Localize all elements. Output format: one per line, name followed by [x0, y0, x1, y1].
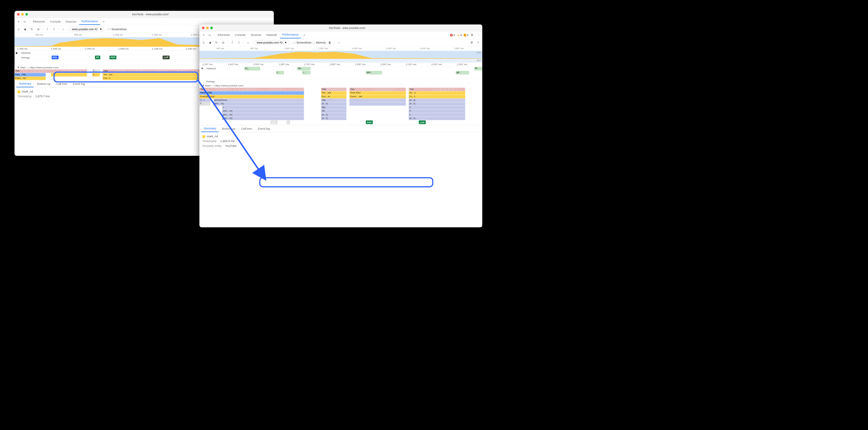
reload-icon[interactable]: ↻ — [29, 26, 34, 32]
recording-select[interactable]: www.youtube.com #2 ▼ — [255, 40, 289, 45]
flame-block[interactable]: Fu…ll — [409, 95, 465, 99]
flame-block[interactable]: $ka — [321, 106, 346, 109]
clear-icon[interactable]: ⊘ — [220, 40, 226, 45]
shortcuts-icon[interactable]: ↕ — [336, 40, 342, 45]
detail-tab-calltree[interactable]: Call tree — [239, 126, 254, 132]
network-track[interactable]: ▼ Network id (…c…ma…l…advi…get…Ro — [199, 66, 482, 79]
flame-block[interactable]: (a…s) — [409, 117, 465, 120]
minimize-icon[interactable] — [206, 27, 209, 29]
kebab-icon[interactable]: ⋮ — [475, 32, 481, 38]
reload-icon[interactable]: ↻ — [214, 40, 219, 45]
flame-block[interactable]: (a…s) — [321, 113, 346, 117]
flame-block[interactable]: dla — [321, 109, 346, 113]
tab-sources[interactable]: Sources — [248, 32, 264, 38]
detail-tab-summary[interactable]: Summary — [202, 125, 219, 132]
network-request[interactable]: advi… — [366, 71, 382, 74]
download-icon[interactable]: ⤵ — [236, 40, 242, 45]
flame-block[interactable]: S — [409, 109, 465, 113]
timing-badge-l[interactable]: L — [286, 121, 290, 124]
timing-badge-lcp[interactable]: LCP — [418, 121, 426, 124]
flame-block[interactable]: Task — [14, 69, 87, 73]
flame-block[interactable]: Timer fired — [349, 91, 406, 95]
flame-block[interactable]: wka — [321, 99, 346, 102]
timing-badge-fcp[interactable]: FCP — [110, 56, 116, 59]
network-request[interactable]: id (… — [244, 67, 260, 70]
flame-block[interactable]: Evalu…ript — [14, 76, 46, 80]
network-request[interactable]: ma… — [297, 67, 310, 70]
inspect-icon[interactable]: ⌖ — [16, 19, 21, 24]
clear-icon[interactable]: ⊘ — [36, 26, 41, 32]
tab-sources[interactable]: Sources — [64, 19, 79, 25]
more-tabs-icon[interactable]: » — [302, 32, 307, 38]
minimize-icon[interactable] — [21, 13, 24, 15]
tab-console[interactable]: Console — [233, 32, 248, 38]
flame-block[interactable]: (a…s) — [409, 102, 465, 105]
timing-badge-fcp[interactable]: FCP — [366, 121, 373, 124]
flame-block[interactable]: (a…s) — [321, 102, 346, 105]
detail-tab-summary[interactable]: Summary — [16, 80, 34, 87]
tab-elements[interactable]: Elements — [216, 32, 232, 38]
timing-badge-dcl[interactable]: DCL — [52, 56, 59, 59]
network-request[interactable]: get… — [456, 71, 469, 74]
flame-block[interactable] — [51, 73, 87, 76]
warnings-badge[interactable]: ▲4 — [457, 34, 462, 37]
timing-badge-fp[interactable]: FP — [95, 56, 100, 59]
record-icon[interactable]: ◉ — [23, 26, 28, 32]
timing-badge-dcl[interactable]: DCL — [270, 121, 277, 124]
flame-block[interactable]: e — [409, 113, 465, 117]
screenshots-checkbox[interactable]: Screenshots — [108, 28, 126, 31]
flame-block[interactable]: v — [222, 106, 304, 109]
settings-icon[interactable]: ⚙ — [469, 32, 474, 38]
flame-chart[interactable]: TaskTaskTaskTaskParse HTMLFire…ackTimer … — [199, 88, 482, 121]
tab-performance[interactable]: Performance — [79, 18, 100, 25]
flame-block[interactable]: Task — [349, 88, 406, 91]
flame-block[interactable]: Fire…ack — [321, 91, 346, 95]
flame-block[interactable]: T… — [92, 69, 100, 73]
flame-block[interactable]: (ano…us) — [222, 113, 304, 117]
tab-performance[interactable]: Performance — [280, 32, 301, 38]
tab-network[interactable]: Network — [264, 32, 279, 38]
screenshots-checkbox[interactable]: Screenshots — [293, 41, 311, 44]
flame-block[interactable]: Task — [409, 88, 465, 91]
maximize-icon[interactable] — [26, 13, 28, 15]
main-thread-header[interactable]: ▼ Main — https://www.youtube.com/ — [199, 84, 482, 88]
flame-block[interactable] — [349, 99, 406, 102]
flame-block[interactable]: Parse HTML — [199, 91, 304, 95]
flame-block[interactable]: (ano…us) — [222, 109, 304, 113]
flame-block[interactable]: Task — [321, 88, 346, 91]
errors-badge[interactable]: ✕3 — [450, 34, 455, 37]
close-icon[interactable] — [202, 27, 205, 29]
timing-badge-lcp[interactable]: LCP — [162, 56, 169, 59]
help-icon[interactable]: ? — [475, 40, 481, 45]
settings-icon[interactable]: ⚙ — [469, 40, 474, 45]
recording-select[interactable]: www.youtube.com #1 ▼ — [70, 27, 104, 31]
flame-block[interactable]: Run…ks — [321, 95, 346, 99]
detail-tab-calltree[interactable]: Call tree — [54, 81, 70, 87]
detail-tab-bottomup[interactable]: Bottom-up — [35, 81, 53, 87]
timeline-ruler[interactable]: 1,397 ms 1,497 ms 1,597 ms 1,697 ms 1,79… — [199, 63, 482, 67]
flame-block[interactable]: (ano…us) — [213, 102, 304, 105]
toggle-sidebar-icon[interactable]: ▯ — [201, 40, 207, 45]
home-icon[interactable]: ⌂ — [60, 26, 66, 32]
network-request[interactable]: c… — [276, 71, 284, 74]
info-badge[interactable]: !2 — [464, 34, 468, 37]
home-icon[interactable]: ⌂ — [246, 40, 251, 45]
flame-block[interactable]: Evaluate script — [199, 95, 304, 99]
detail-tab-eventlog[interactable]: Event log — [255, 126, 272, 132]
record-icon[interactable]: ◉ — [207, 40, 213, 45]
network-request[interactable]: l… — [303, 71, 310, 74]
device-icon[interactable]: ▭ — [207, 32, 213, 38]
tab-elements[interactable]: Elements — [31, 19, 47, 25]
inspect-icon[interactable]: ⌖ — [201, 32, 207, 38]
maximize-icon[interactable] — [210, 27, 213, 29]
toggle-sidebar-icon[interactable]: ▯ — [16, 26, 21, 32]
flame-block[interactable]: (a…s) — [409, 99, 465, 102]
detail-tab-eventlog[interactable]: Event log — [70, 81, 88, 87]
upload-icon[interactable]: ⤴ — [230, 40, 235, 45]
flame-block[interactable]: V — [409, 106, 465, 109]
flame-block[interactable]: F… — [92, 73, 100, 76]
detail-tab-bottomup[interactable]: Bottom-up — [219, 126, 238, 132]
cpu-overview[interactable]: CPU — [199, 51, 482, 59]
memory-checkbox[interactable]: Memory — [313, 41, 326, 44]
flame-block[interactable] — [349, 102, 406, 105]
